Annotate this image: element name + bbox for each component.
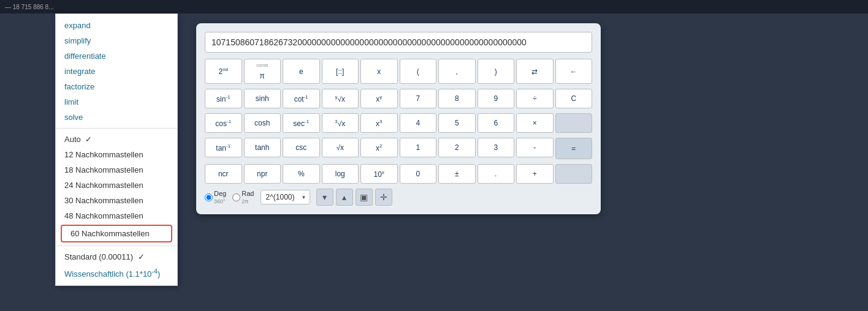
btn-matrix[interactable]: [::] [322,59,359,84]
nav-add[interactable]: ✛ [375,189,392,206]
menu-item-24dp[interactable]: 24 Nachkommastellen [56,178,177,193]
btn-close-paren[interactable]: ) [478,59,515,84]
btn-5[interactable]: 5 [438,113,476,133]
btn-comma[interactable]: , [438,59,476,84]
btn-8[interactable]: 8 [438,89,476,108]
menu-item-60dp-label: 60 Nachkommastellen [70,229,150,238]
btn-tan[interactable]: tan-1 [205,138,242,157]
btn-multiply[interactable]: × [516,113,554,133]
btn-cosh[interactable]: cosh [244,113,281,133]
btn-empty-r5 [555,164,593,184]
btn-10x[interactable]: 10x [360,164,398,184]
btn-plus[interactable]: + [516,164,554,184]
btn-cbroot[interactable]: 3√x [322,113,359,133]
menu-item-60dp[interactable]: 60 Nachkommastellen [61,225,172,242]
menu-item-factorize[interactable]: factorize [56,79,177,94]
top-bar-text: — 18 715 886 8... [5,4,54,10]
menu-item-standard[interactable]: Standard (0.00011) ✓ [56,249,177,264]
btn-6[interactable]: 6 [478,113,515,133]
btn-log[interactable]: log [322,164,359,184]
btn-x3[interactable]: x3 [360,113,398,133]
nav-copy[interactable]: ▣ [356,189,373,206]
btn-4[interactable]: 4 [400,113,437,133]
btn-cos[interactable]: cos-1 [205,113,242,133]
rad-label[interactable]: Rad2π [232,190,254,204]
nav-up[interactable]: ▴ [336,189,353,206]
btn-minus[interactable]: - [516,138,554,157]
btn-cot[interactable]: cot-1 [283,89,320,108]
deg-label[interactable]: Deg360° [205,190,226,204]
btn-equals[interactable]: = [555,138,593,159]
menu-item-limit[interactable]: limit [56,94,177,110]
top-bar: — 18 715 886 8... [0,0,868,13]
btn-dot[interactable]: . [478,164,515,184]
menu-item-30dp[interactable]: 30 Nachkommastellen [56,193,177,208]
btn-empty-r3 [555,113,593,133]
menu-item-48dp[interactable]: 48 Nachkommastellen [56,208,177,223]
menu-item-scientific[interactable]: Wissenschaftlich (1.1*10-4) [56,264,177,282]
calc-nav-buttons: ▾ ▴ ▣ ✛ [316,189,392,206]
btn-open-paren[interactable]: ( [400,59,437,84]
calculator-panel: 1071508607186267320000000000000000000000… [196,23,601,214]
expression-select-wrapper: 2^(1000) 2^(100) [261,190,310,204]
btn-x2[interactable]: x2 [360,138,398,157]
btn-tanh[interactable]: tanh [244,138,281,157]
deg-text: Deg360° [214,190,226,204]
btn-2nd[interactable]: 2nd [205,59,242,84]
btn-xy[interactable]: xy [360,89,398,108]
btn-percent[interactable]: % [283,164,320,184]
btn-sin[interactable]: sin-1 [205,89,242,108]
btn-yroot[interactable]: y√x [322,89,359,108]
calc-display-value: 1071508607186267320000000000000000000000… [211,37,527,47]
menu-item-solve[interactable]: solve [56,110,177,125]
menu-item-integrate[interactable]: integrate [56,64,177,79]
deg-radio[interactable] [205,193,213,201]
btn-npr[interactable]: npr [244,164,281,184]
calc-row-3: cos-1 cosh sec-1 3√x x3 4 5 6 × [205,113,592,133]
btn-0[interactable]: 0 [400,164,437,184]
menu-item-auto[interactable]: Auto ✓ [56,132,177,147]
btn-2[interactable]: 2 [438,138,476,157]
rad-text: Rad2π [242,190,254,204]
btn-x[interactable]: x [360,59,398,84]
dropdown-menu: expand simplify differentiate integrate … [55,13,178,286]
menu-item-12dp[interactable]: 12 Nachkommastellen [56,147,177,162]
btn-plusminus[interactable]: ± [438,164,476,184]
btn-3[interactable]: 3 [478,138,515,157]
btn-pi[interactable]: constπ [244,59,281,84]
divider-2 [56,245,177,246]
calc-row-4: tan-1 tanh csc √x x2 1 2 3 - = [205,138,592,159]
btn-swap[interactable]: ⇄ [516,59,554,84]
btn-1[interactable]: 1 [400,138,437,157]
calc-display: 1071508607186267320000000000000000000000… [205,32,592,53]
btn-e[interactable]: e [283,59,320,84]
btn-divide[interactable]: ÷ [516,89,554,108]
menu-item-differentiate[interactable]: differentiate [56,48,177,64]
rad-radio[interactable] [232,193,240,201]
btn-sqrt[interactable]: √x [322,138,359,157]
btn-ncr[interactable]: ncr [205,164,242,184]
calc-row-2: sin-1 sinh cot-1 y√x xy 7 8 9 ÷ C [205,89,592,108]
menu-item-18dp[interactable]: 18 Nachkommastellen [56,162,177,178]
angle-radio-group: Deg360° Rad2π [205,190,254,204]
calc-row-5: ncr npr % log 10x 0 ± . + [205,164,592,184]
menu-item-simplify[interactable]: simplify [56,33,177,48]
nav-down[interactable]: ▾ [316,189,333,206]
menu-item-expand[interactable]: expand [56,18,177,33]
expression-select[interactable]: 2^(1000) 2^(100) [261,190,310,204]
calc-bottom: Deg360° Rad2π 2^(1000) 2^(100) ▾ ▴ ▣ ✛ [205,189,592,206]
btn-sec[interactable]: sec-1 [283,113,320,133]
btn-sinh[interactable]: sinh [244,89,281,108]
btn-csc[interactable]: csc [283,138,320,157]
calc-row-1: 2nd constπ e [::] x ( , ) ⇄ ← [205,59,592,84]
btn-clear[interactable]: C [555,89,593,108]
btn-9[interactable]: 9 [478,89,515,108]
btn-7[interactable]: 7 [400,89,437,108]
divider-1 [56,128,177,129]
btn-backspace[interactable]: ← [555,59,593,84]
